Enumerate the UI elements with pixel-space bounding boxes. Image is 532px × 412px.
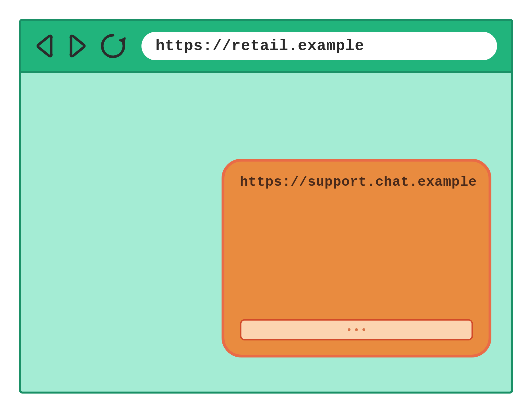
reload-button[interactable] (99, 32, 127, 60)
forward-button[interactable] (67, 33, 87, 59)
reload-icon (99, 32, 127, 60)
back-icon (35, 33, 55, 59)
back-button[interactable] (35, 33, 55, 59)
browser-toolbar: https://retail.example (21, 21, 511, 73)
chat-widget: https://support.chat.example (222, 159, 491, 357)
chat-input[interactable] (240, 319, 473, 340)
browser-window: https://retail.example https://support.c… (19, 19, 513, 394)
url-bar[interactable]: https://retail.example (141, 32, 497, 60)
page-content: https://support.chat.example (21, 73, 511, 392)
url-text: https://retail.example (156, 37, 364, 55)
typing-indicator-icon (348, 328, 365, 331)
nav-buttons (35, 32, 127, 60)
forward-icon (67, 33, 87, 59)
chat-widget-url: https://support.chat.example (240, 174, 473, 190)
